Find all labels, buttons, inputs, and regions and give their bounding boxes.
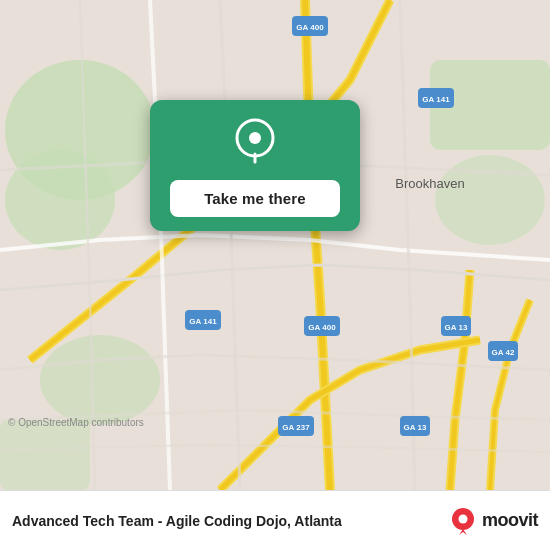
- place-name: Advanced Tech Team - Agile Coding Dojo, …: [12, 513, 439, 529]
- svg-text:GA 42: GA 42: [492, 348, 515, 357]
- map-copyright: © OpenStreetMap contributors: [8, 417, 144, 428]
- moovit-logo: moovit: [449, 507, 538, 535]
- popup-card: Take me there: [150, 100, 360, 231]
- svg-text:GA 141: GA 141: [189, 317, 217, 326]
- svg-text:Brookhaven: Brookhaven: [395, 176, 464, 191]
- map-container[interactable]: GA 400 GA 141 GA 141 GA 400 GA 13 GA 237…: [0, 0, 550, 490]
- svg-text:GA 400: GA 400: [296, 23, 324, 32]
- svg-text:GA 400: GA 400: [308, 323, 336, 332]
- svg-text:GA 237: GA 237: [282, 423, 310, 432]
- bottom-bar: Advanced Tech Team - Agile Coding Dojo, …: [0, 490, 550, 550]
- moovit-brand-text: moovit: [482, 510, 538, 531]
- moovit-pin-icon: [449, 507, 477, 535]
- svg-point-5: [40, 335, 160, 425]
- svg-text:GA 13: GA 13: [404, 423, 427, 432]
- svg-point-4: [435, 155, 545, 245]
- svg-point-25: [249, 132, 261, 144]
- svg-point-27: [458, 514, 467, 523]
- svg-text:GA 13: GA 13: [445, 323, 468, 332]
- take-me-there-button[interactable]: Take me there: [170, 180, 340, 217]
- svg-text:GA 141: GA 141: [422, 95, 450, 104]
- svg-rect-6: [0, 420, 90, 490]
- location-pin-icon: [231, 118, 279, 166]
